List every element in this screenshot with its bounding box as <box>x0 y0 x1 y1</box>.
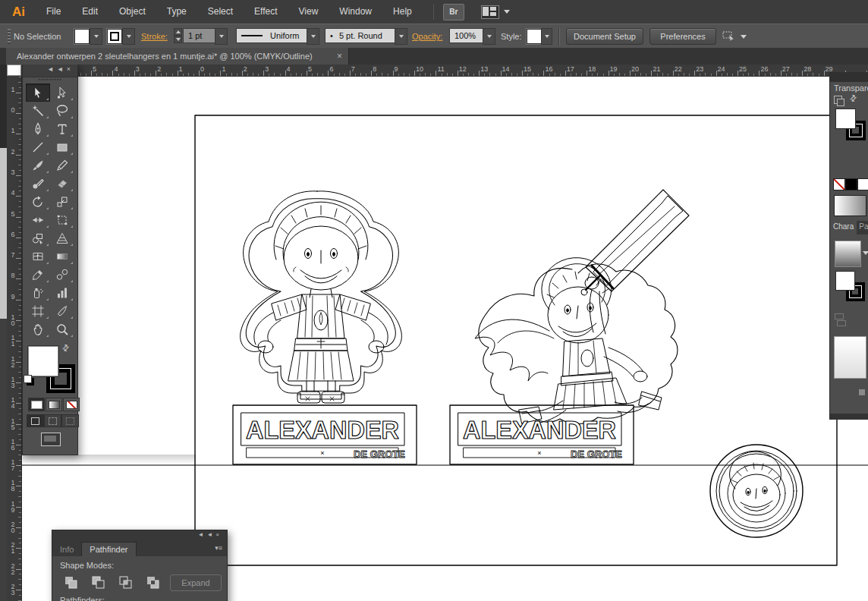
free-transform-tool[interactable] <box>50 211 74 229</box>
eyedropper-tool[interactable] <box>26 266 50 284</box>
character-jumping[interactable] <box>475 190 689 424</box>
ruler-origin-corner[interactable] <box>7 65 21 76</box>
gradient-mode-button[interactable] <box>46 398 62 411</box>
dock-mini-icon[interactable] <box>859 389 865 395</box>
panel-menu-icon[interactable]: ▾≡ <box>215 544 222 552</box>
tools-panel-header[interactable]: ◄◄× <box>23 64 77 77</box>
dock-gradient-swatch[interactable] <box>835 241 861 267</box>
stroke-color-dropdown[interactable] <box>122 28 135 45</box>
width-tool[interactable] <box>26 211 50 229</box>
none-swatch[interactable] <box>833 178 845 190</box>
knockout-icon[interactable] <box>834 96 842 104</box>
color-mode-button[interactable] <box>28 398 45 411</box>
name-plate-2[interactable]: ALEXANDER × DE GROTE <box>450 405 634 464</box>
rectangle-tool[interactable] <box>50 138 74 156</box>
direct-selection-tool[interactable] <box>50 83 74 102</box>
opacity-panel-link[interactable]: Opacity: <box>412 32 442 41</box>
menu-item-view[interactable]: View <box>288 0 329 24</box>
menu-item-select[interactable]: Select <box>197 0 244 24</box>
chevron-down-icon[interactable] <box>863 251 868 255</box>
shape-mode-exclude-button[interactable] <box>143 574 162 590</box>
draw-inside-mode-button[interactable] <box>61 414 79 427</box>
gradient-bar[interactable] <box>834 195 866 216</box>
tools-panel-grip[interactable]: ▪▪▪▪▪▪▪▪▪ <box>23 77 77 83</box>
menu-item-edit[interactable]: Edit <box>71 0 108 24</box>
draw-normal-mode-button[interactable] <box>27 414 44 427</box>
zoom-tool[interactable] <box>50 320 74 338</box>
column-graph-tool[interactable] <box>50 284 74 302</box>
opacity-dropdown[interactable] <box>483 28 495 45</box>
brush-select[interactable]: • 5 pt. Round <box>325 28 399 43</box>
magic-wand-tool[interactable] <box>26 102 50 120</box>
type-tool[interactable] <box>50 120 74 138</box>
align-icon[interactable] <box>835 313 846 326</box>
stroke-panel-link[interactable]: Stroke: <box>141 32 168 41</box>
blend-tool[interactable] <box>50 266 74 284</box>
blob-brush-tool[interactable] <box>26 175 50 193</box>
width-profile-select[interactable]: Uniform <box>236 28 311 43</box>
white-swatch[interactable] <box>857 178 868 190</box>
collapse-panel-icon[interactable]: ◄◄ <box>197 531 215 538</box>
coin-design[interactable] <box>710 445 803 537</box>
isolate-selected-icon[interactable] <box>722 30 736 43</box>
fill-color-dropdown[interactable] <box>90 28 102 45</box>
default-fill-stroke-icon[interactable] <box>27 378 34 385</box>
shape-mode-unite-button[interactable] <box>61 574 80 590</box>
selection-tool[interactable] <box>26 83 50 102</box>
transparency-panel-tab[interactable]: Transpare <box>834 83 868 93</box>
shape-mode-intersect-button[interactable] <box>116 574 134 590</box>
menu-item-type[interactable]: Type <box>156 0 197 24</box>
menu-item-help[interactable]: Help <box>382 0 423 24</box>
paragraph-panel-tab[interactable]: Pa <box>857 221 868 234</box>
fill-color-swatch[interactable] <box>74 29 90 44</box>
shape-builder-tool[interactable] <box>26 229 50 247</box>
fill-swatch[interactable] <box>28 346 58 376</box>
scale-tool[interactable] <box>50 193 74 211</box>
close-tab-icon[interactable]: × <box>337 48 342 65</box>
horizontal-ruler[interactable]: 5432101234567891011121314151617181920212… <box>21 65 868 77</box>
shape-mode-minus-front-button[interactable] <box>89 574 107 590</box>
rotate-tool[interactable] <box>26 193 50 211</box>
menu-item-window[interactable]: Window <box>329 0 382 24</box>
dock-header[interactable] <box>830 72 868 82</box>
screen-mode-button[interactable] <box>41 433 61 446</box>
pathfinder-panel-header[interactable]: ◄◄× <box>52 530 227 541</box>
dock-fill-swatch-2[interactable] <box>835 271 855 291</box>
close-panel-icon[interactable]: × <box>215 531 222 538</box>
tab-info[interactable]: Info <box>52 543 81 556</box>
stroke-weight-stepper[interactable] <box>174 28 182 43</box>
eraser-tool[interactable] <box>50 175 74 193</box>
black-swatch[interactable] <box>845 178 857 190</box>
collapse-panel-icon[interactable]: ◄◄ <box>47 65 67 73</box>
menu-item-effect[interactable]: Effect <box>244 0 288 24</box>
name-plate-1[interactable]: ALEXANDER × DE GROTE <box>233 405 417 464</box>
document-tab[interactable]: Alexander ontwerpen 2 sleutelhangers en … <box>6 48 349 65</box>
document-setup-button[interactable]: Document Setup <box>566 28 643 45</box>
paintbrush-tool[interactable] <box>26 156 50 175</box>
lasso-tool[interactable] <box>50 102 74 120</box>
menu-item-file[interactable]: File <box>36 0 71 24</box>
opacity-field[interactable]: 100% <box>449 28 487 43</box>
close-panel-icon[interactable]: × <box>67 65 74 73</box>
preferences-button[interactable]: Preferences <box>649 28 716 45</box>
style-dropdown[interactable] <box>541 28 552 45</box>
tab-pathfinder[interactable]: Pathfinder <box>81 542 136 556</box>
style-swatch[interactable] <box>527 29 542 44</box>
hand-tool[interactable] <box>26 320 50 338</box>
panel-grip[interactable] <box>8 29 11 44</box>
bridge-button[interactable]: Br <box>443 4 464 20</box>
pencil-tool[interactable] <box>50 156 74 175</box>
vertical-ruler[interactable]: 101234567891 01 11 21 31 41 51 61 71 81 … <box>7 76 22 601</box>
swap-fill-stroke-icon[interactable]: ⇄ <box>60 342 72 354</box>
chevron-down-icon[interactable] <box>741 35 747 39</box>
character-standing[interactable] <box>241 191 402 403</box>
expand-button[interactable]: Expand <box>170 574 222 591</box>
workspace-switcher[interactable] <box>481 5 510 19</box>
gradient-tool[interactable] <box>50 247 74 266</box>
draw-behind-mode-button[interactable] <box>44 414 61 427</box>
width-profile-dropdown[interactable] <box>307 28 319 45</box>
swap-icon[interactable]: ⇄ <box>848 93 860 105</box>
dock-preview-box[interactable] <box>834 336 866 379</box>
pen-tool[interactable] <box>26 120 50 138</box>
stroke-color-swatch[interactable] <box>107 29 122 44</box>
